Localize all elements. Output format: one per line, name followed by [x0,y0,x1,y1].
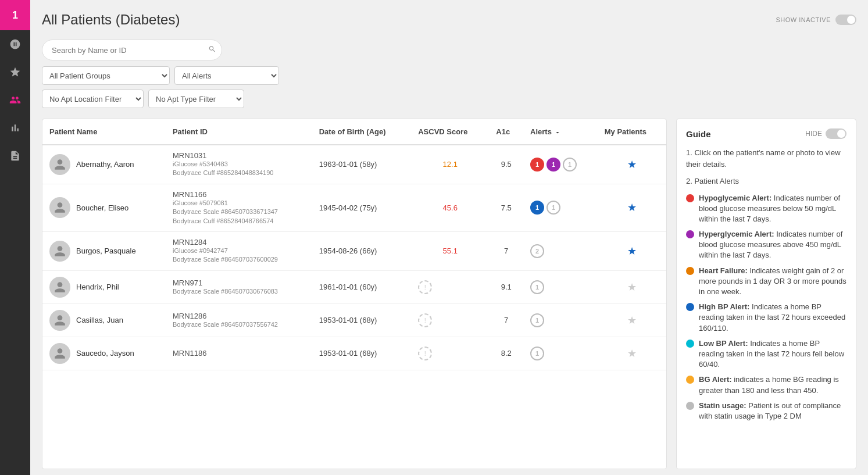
ascvd-empty: ! [418,280,432,294]
table-header-row: Patient Name Patient ID Date of Birth (A… [42,119,666,145]
filters-area: All Patient Groups All Alerts No Apt Loc… [30,34,868,119]
patient-ascvd: 12.1 [411,145,489,184]
patient-name[interactable]: Casillas, Juan [76,316,123,324]
patient-groups-select[interactable]: All Patient Groups [42,66,170,85]
patient-dob: 1961-01-01 (60y) [312,270,411,303]
patient-ascvd: 55.1 [411,231,489,270]
patient-id-cell: MRN1186 [166,337,312,370]
patient-alerts: 2 [523,231,598,270]
patient-name[interactable]: Hendrix, Phil [76,283,119,291]
my-patients-star-empty[interactable]: ★ [627,348,637,359]
alert-badge-gray-num: 1 [530,280,544,294]
legend-heart-failure: Heart Failure: Indicates weight gain of … [686,266,846,298]
my-patients-star-filled[interactable]: ★ [627,159,637,170]
search-input[interactable] [42,40,222,60]
sidebar-icon-documents[interactable] [0,142,30,170]
patient-name-cell: Abernathy, Aaron [42,145,166,184]
patient-avatar [49,277,70,298]
sidebar-icon-favorites[interactable] [0,58,30,86]
col-patient-id: Patient ID [166,119,312,145]
ascvd-empty: ! [418,347,432,360]
patient-dob: 1945-04-02 (75y) [312,184,411,231]
patient-alerts: 1 [523,270,598,303]
patient-a1c: 7 [489,303,523,337]
table-row[interactable]: Boucher, Eliseo MRN1166iGlucose #5079081… [42,184,666,231]
col-dob: Date of Birth (Age) [312,119,411,145]
patient-name[interactable]: Boucher, Eliseo [76,203,128,212]
show-inactive-label: SHOW INACTIVE [776,16,831,23]
legend-high-bp: High BP Alert: Indicates a home BP readi… [686,302,846,334]
legend-dot-orange [686,267,694,275]
filter-row-2: No Apt Location Filter No Apt Type Filte… [42,90,856,108]
guide-header: Guide HIDE [686,128,846,139]
patient-name[interactable]: Burgos, Pasquale [76,247,136,255]
table-row[interactable]: Casillas, Juan MRN1286Bodytrace Scale #8… [42,303,666,337]
my-patients-star-filled[interactable]: ★ [627,202,637,213]
patient-name[interactable]: Abernathy, Aaron [76,160,134,169]
patient-avatar [49,154,70,175]
col-a1c: A1c [489,119,523,145]
col-alerts: Alerts [523,119,598,145]
patient-name[interactable]: Saucedo, Jayson [76,349,134,358]
guide-title: Guide [686,129,711,139]
patient-ascvd: ! [411,337,489,370]
my-patients-cell: ★ [598,303,666,337]
show-inactive-toggle[interactable] [835,15,856,25]
patient-ascvd: ! [411,270,489,303]
table-row[interactable]: Hendrix, Phil MRN971Bodytrace Scale #864… [42,270,666,303]
patient-dob: 1963-01-01 (58y) [312,145,411,184]
legend-dot-purple [686,230,694,238]
table-row[interactable]: Burgos, Pasquale MRN1284iGlucose #094274… [42,231,666,270]
patient-name-cell: Casillas, Juan [42,303,166,337]
search-button[interactable] [208,45,216,55]
apt-type-select[interactable]: No Apt Type Filter [148,90,244,108]
patient-alerts: 1 [523,337,598,370]
patient-dob: 1953-01-01 (68y) [312,303,411,337]
patient-ascvd: ! [411,303,489,337]
legend-dot-yellow [686,376,694,384]
alert-badge-red: 1 [530,158,544,172]
my-patients-cell: ★ [598,270,666,303]
col-ascvd: ASCVD Score [411,119,489,145]
table-row[interactable]: Abernathy, Aaron MRN1031iGlucose #534048… [42,145,666,184]
patient-a1c: 9.5 [489,145,523,184]
patient-table-container: Patient Name Patient ID Date of Birth (A… [42,119,667,469]
legend-hyperglycemic: Hyperglycemic Alert: Indicates number of… [686,229,846,261]
my-patients-cell: ★ [598,184,666,231]
patient-name-cell: Burgos, Pasquale [42,231,166,270]
sidebar-icon-dashboard[interactable] [0,30,30,58]
sidebar-icon-patients[interactable] [0,86,30,114]
my-patients-cell: ★ [598,231,666,270]
hide-toggle-area: HIDE [805,128,846,139]
patient-id-cell: MRN1286Bodytrace Scale #864507037556742 [166,303,312,337]
patient-a1c: 7 [489,231,523,270]
patient-a1c: 8.2 [489,337,523,370]
alert-badge-gray-num: 1 [530,313,544,327]
my-patients-star-filled[interactable]: ★ [627,245,637,257]
patient-id-cell: MRN1031iGlucose #5340483Bodytrace Cuff #… [166,145,312,184]
sidebar-icon-analytics[interactable] [0,114,30,142]
page-title: All Patients (Diabetes) [42,12,180,28]
alert-badge-blue: 1 [530,201,544,215]
content-wrapper: Patient Name Patient ID Date of Birth (A… [30,119,868,475]
legend-dot-gray [686,402,694,410]
alert-badge-gray-num: 2 [530,244,544,258]
alert-badge-gray: 1 [546,201,560,215]
my-patients-star-empty[interactable]: ★ [627,281,637,293]
apt-location-select[interactable]: No Apt Location Filter [42,90,144,108]
my-patients-star-empty[interactable]: ★ [627,315,637,326]
table-row[interactable]: Saucedo, Jayson MRN11861953-01-01 (68y)!… [42,337,666,370]
app-logo[interactable]: 1 [0,0,30,30]
main-content: All Patients (Diabetes) SHOW INACTIVE Al… [30,0,868,475]
patient-id-cell: MRN1166iGlucose #5079081Bodytrace Scale … [166,184,312,231]
search-box [42,40,222,60]
ascvd-empty: ! [418,313,432,327]
patient-avatar [49,241,70,262]
filter-row-1: All Patient Groups All Alerts [42,66,856,85]
alert-legend: Hypoglycemic Alert: Indicates number of … [686,193,846,422]
patient-a1c: 7.5 [489,184,523,231]
alerts-select[interactable]: All Alerts [174,66,279,85]
patient-table: Patient Name Patient ID Date of Birth (A… [42,119,666,370]
alert-badge-gray-num: 1 [530,347,544,360]
guide-hide-toggle[interactable] [826,128,846,139]
